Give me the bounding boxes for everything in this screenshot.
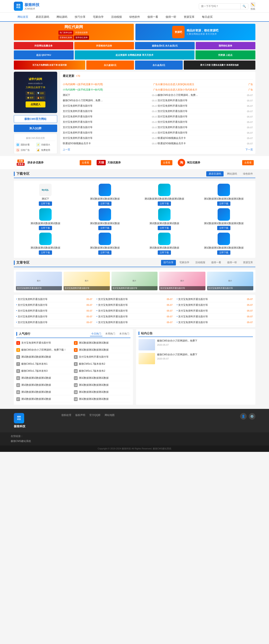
news-link[interactable]: 支付宝免资料开通当面付等 — [63, 136, 104, 140]
tab-res[interactable]: 资源宝库 — [241, 260, 255, 266]
pop-tab-month[interactable]: 本月热门 — [118, 332, 130, 336]
search-input[interactable] — [199, 4, 240, 9]
article-link[interactable]: 支付宝免资料开通当面付等 — [16, 298, 51, 301]
news-link[interactable]: 联通追5G独视频会员月卡 — [63, 142, 104, 145]
download-btn[interactable]: 立即下载 — [98, 202, 111, 206]
pop-tab-today[interactable]: 今日热门 — [90, 332, 102, 336]
search-button[interactable]: 🔍 — [240, 4, 248, 9]
download-btn[interactable]: 立即下载 — [98, 226, 111, 230]
pop-link-2[interactable]: 测试数据测试数据测试数据 — [79, 341, 130, 344]
article-card[interactable]: 图片 支付宝免资料开通当面付等 — [159, 272, 205, 290]
news-link[interactable]: 联通追5G独视频会员月卡 — [158, 142, 199, 145]
tab-websrc[interactable]: 网站源码 — [225, 171, 240, 176]
banner-douyin-1[interactable]: 抖音网址批量业务 — [14, 42, 73, 50]
news-link[interactable]: 测试下 — [63, 94, 104, 97]
news-next[interactable]: 下一页 — [246, 148, 253, 152]
footer-link-rights[interactable]: 侵权处理 — [61, 413, 71, 417]
news-link[interactable]: 支付宝免资料开通当面付等 — [63, 126, 104, 129]
notice-link-1[interactable]: 极致CMS全仿小刀官网源码，免费下 — [157, 339, 253, 342]
coupon-btn-pdd[interactable]: 去看看 — [80, 160, 91, 165]
news-prev[interactable]: 上一页 — [63, 148, 70, 152]
news-link[interactable]: 极致CMS全仿小刀官网源码，免费下载 — [63, 99, 104, 102]
coupon-btn-taobao[interactable]: 去看看 — [242, 160, 254, 165]
banner-qidian-1[interactable]: 起点 QDZYKU — [14, 50, 74, 60]
news-link[interactable]: 支付宝免资料开通当面付等 — [63, 131, 104, 134]
article-link[interactable]: 支付宝免资料开通当面付等 — [96, 321, 132, 324]
nav-item-source[interactable]: 网站源码 — [53, 12, 71, 21]
footer-user-icon[interactable]: 👤 — [240, 413, 247, 420]
news-link[interactable]: 支付宝免资料开通当面付等 — [158, 110, 199, 113]
banner-flow[interactable]: 黑卡工作室 无需实名流量卡 单单两张包邮 — [184, 60, 255, 70]
sidebar-enter-btn[interactable]: 点我进入 — [25, 102, 45, 108]
nav-item-daily[interactable]: 每日必买 — [198, 12, 216, 21]
news-link[interactable]: 火爆活动点击进入添加小鸟代抢名片 — [158, 88, 199, 92]
article-link[interactable]: 支付宝免资料开通当面付等 — [96, 315, 132, 318]
news-link[interactable]: 联通追5G独视频会员月卡 — [158, 136, 199, 140]
banner-left[interactable]: 网红代刷网 热门刷单业务 抖音粉丝刷赞 苏莱粉红刷单 蒲草粉红刷单 — [14, 24, 134, 40]
banner-qidian-2[interactable]: 起点资源库 全网精品资源 享天天技术 — [75, 50, 195, 60]
pop-link-7[interactable]: 极致CMSv1.7版本发布1 — [21, 362, 73, 366]
tab-skills[interactable]: 技巧分享 — [161, 260, 176, 266]
news-link[interactable]: 支付宝免资料开通当面付等 — [63, 104, 104, 108]
pop-link-12[interactable]: 测试数据测试数据测试数据 — [79, 376, 130, 380]
logo[interactable]: 极致科技 极致科技 JCMS技术 — [14, 2, 39, 11]
article-link[interactable]: 支付宝免资料开通当面付等 — [96, 309, 132, 312]
banner-douyin-2[interactable]: 抖音粉丝代业务 — [74, 42, 134, 50]
news-link[interactable]: 火爆活动点击进入添加Q站名抢注 — [158, 83, 199, 86]
nav-item-green[interactable]: 绿色软件 — [126, 12, 144, 21]
news-link[interactable]: 支付宝免资料开通当面付等 — [158, 99, 199, 102]
qq-group-button[interactable]: 加入QQ群 — [14, 124, 57, 132]
download-btn[interactable]: 立即下载 — [158, 250, 171, 255]
article-card[interactable]: 图片 支付宝免资料开通当面付等 — [64, 272, 110, 290]
nav-item-resource[interactable]: 资源宝库 — [180, 12, 198, 21]
nav-item-skills[interactable]: 技巧分享 — [71, 12, 89, 21]
banner-find[interactable]: 找资源 上起点 — [196, 50, 255, 60]
news-link[interactable]: 极致CMS全仿小刀官网源码，免费下载 — [158, 94, 199, 97]
pop-link-1[interactable]: 支付宝免资料开通当面付等 — [21, 341, 73, 344]
news-link[interactable]: 小鸟代刷网一(送手机流量卡+收代理) — [63, 83, 104, 86]
banner-right[interactable]: 资源吧 精品好资源，都在资源吧 汇聚全网精品资源 享天天技术 — [135, 24, 255, 40]
news-link[interactable]: 支付宝免资料开通当面付等 — [158, 131, 199, 134]
article-link[interactable]: 支付宝免资料开通当面付等 — [16, 309, 51, 312]
pop-link-9[interactable]: 极致CMSv1.7版本发布3 — [21, 369, 73, 373]
news-link[interactable]: 支付宝免资料开通当面付等 — [158, 126, 199, 129]
nav-item-study[interactable]: 宅家自学 — [89, 12, 107, 21]
tab-green[interactable]: 绿色软件 — [241, 171, 255, 176]
pop-link-6[interactable]: 支付宝免资料开通当面付等 — [79, 355, 130, 359]
pop-link-5[interactable]: 测试数据测试数据测试数据 — [21, 355, 73, 359]
tab-events[interactable]: 活动线报 — [193, 260, 208, 266]
nav-item-yy[interactable]: 易语言源码 — [32, 12, 53, 21]
nav-item-home[interactable]: 网站首页 — [14, 12, 32, 22]
download-btn[interactable]: 立即下载 — [217, 250, 230, 255]
pop-link-13[interactable]: 测试数据测试数据测试数据 — [21, 383, 73, 387]
download-btn[interactable]: 立即下载 — [217, 202, 230, 206]
pop-link-18[interactable]: 测试数据测试数据测试数据 — [79, 397, 130, 401]
banner-member-1[interactable]: 超级会员4元 永久会员2元 — [135, 42, 195, 50]
article-card[interactable]: 图片 支付宝免资料开通当面付等 — [16, 272, 62, 290]
article-link[interactable]: 支付宝免资料开通当面付等 — [16, 303, 51, 307]
nav-item-listen[interactable]: 值得一听 — [162, 12, 180, 21]
article-link[interactable]: 支付宝免资料开通当面付等 — [96, 303, 132, 307]
download-btn[interactable]: 立即下载 — [39, 202, 52, 206]
tab-study[interactable]: 宅家自学 — [177, 260, 192, 266]
article-link[interactable]: 支付宝免资料开通当面付等 — [177, 298, 212, 301]
banner-vip-2[interactable]: 永久超省3元 — [86, 60, 134, 70]
footer-settings-icon[interactable]: ⚙️ — [249, 413, 255, 420]
pop-link-11[interactable]: 测试数据测试数据测试数据 — [21, 376, 73, 380]
news-link[interactable]: 支付宝免资料开通当面付等 — [63, 120, 104, 124]
tab-yy[interactable]: 易语言源码 — [206, 171, 224, 176]
coupon-btn-tmall[interactable]: 去看看 — [161, 160, 172, 165]
pop-link-16[interactable]: 测试数据测试数据测试数据 — [79, 390, 130, 394]
download-btn[interactable]: 立即下载 — [39, 250, 52, 255]
news-link[interactable]: 支付宝免资料开通当面付等 — [158, 104, 199, 108]
download-btn[interactable]: 立即下载 — [98, 250, 111, 255]
news-link[interactable]: 支付宝免资料开通当面付等 — [63, 115, 104, 118]
news-link[interactable]: 支付宝免资料开通当面付等 — [158, 120, 199, 124]
download-btn[interactable]: 立即下载 — [158, 202, 171, 206]
tab-listen[interactable]: 值得一听 — [225, 260, 240, 266]
news-link[interactable]: 支付宝免资料开通当面付等 — [63, 110, 104, 113]
download-btn[interactable]: 立即下载 — [217, 226, 230, 230]
article-link[interactable]: 支付宝免资料开通当面付等 — [16, 321, 51, 324]
news-link[interactable]: 小鸟代刷网一(送手机流量卡+收代理) — [63, 88, 104, 92]
article-link[interactable]: 支付宝免资料开通当面付等 — [16, 315, 51, 318]
